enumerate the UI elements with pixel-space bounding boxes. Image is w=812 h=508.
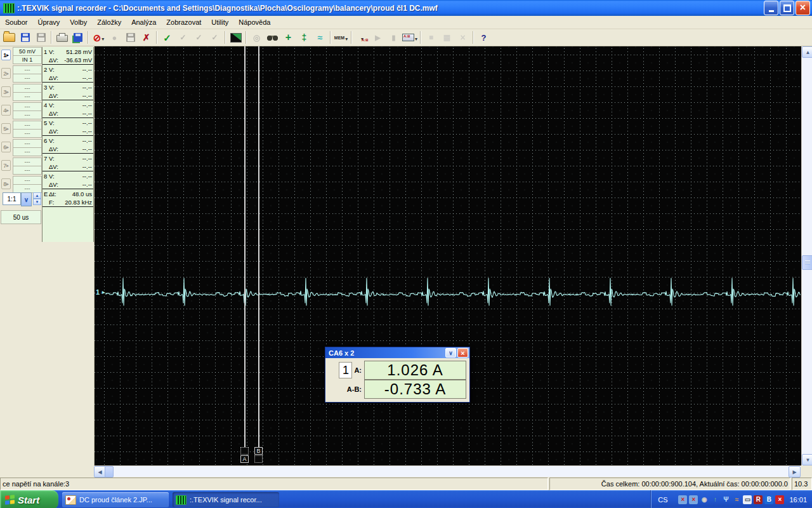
delete-record-button[interactable]: ✗ (138, 30, 154, 44)
horizontal-scrollbar[interactable]: ◀ ▶ (94, 465, 801, 477)
channel-5-input-field[interactable]: --- (13, 129, 42, 138)
open-file-button[interactable] (1, 30, 17, 44)
menu-item-4[interactable]: Analýza (126, 17, 161, 27)
channel-4-button[interactable]: 4 (1, 105, 11, 116)
scroll-down-button[interactable]: ▼ (802, 454, 812, 465)
ca6-measure-window[interactable]: CA6 x 2 1 A: 1.026 A A-B: -0.733 A (325, 347, 470, 403)
cursors-button[interactable]: ‡ (296, 30, 312, 44)
fit-view-button[interactable]: + (280, 30, 296, 44)
channel-4-range-field[interactable]: --- (13, 102, 42, 110)
menu-item-2[interactable]: Volby (65, 17, 92, 27)
channel-6-button[interactable]: 6 (1, 142, 11, 152)
help-button[interactable]: ? (476, 30, 492, 44)
confirm-button[interactable]: ✓ (159, 30, 175, 44)
usb-device-icon[interactable]: ↑ (710, 495, 719, 504)
titlebar[interactable]: :.TEXVIK signal recorder - C:\Documents … (0, 0, 812, 16)
display-settings-icon[interactable]: ▭ (743, 495, 752, 504)
print-button[interactable] (54, 30, 70, 44)
search-button[interactable] (265, 30, 280, 44)
menu-item-3[interactable]: Záložky (92, 17, 126, 27)
channel-1-marker[interactable]: 1 (96, 288, 106, 296)
zoom-tool-icon: ◎ (253, 34, 260, 42)
spinner-up-button[interactable]: ▲ (33, 192, 41, 199)
scroll-right-button[interactable]: ▶ (789, 466, 801, 478)
cursor-a-label[interactable]: A (240, 455, 249, 463)
menu-item-5[interactable]: Zobrazovat (161, 17, 206, 27)
toolbar-separator (330, 31, 331, 44)
save-file-button[interactable] (17, 30, 33, 44)
menu-item-0[interactable]: Soubor (0, 17, 32, 27)
channel-4-input-field[interactable]: --- (13, 110, 42, 119)
language-indicator[interactable]: CS (658, 496, 667, 504)
channel-8-button[interactable]: 8 (1, 178, 11, 189)
menu-item-7[interactable]: Nápověda (233, 17, 275, 27)
zoom-ratio-dropdown[interactable] (21, 192, 32, 206)
load-abc-button[interactable] (354, 30, 370, 44)
close-button[interactable] (796, 1, 810, 15)
cursor-b-line[interactable] (258, 46, 259, 453)
vertical-scroll-thumb[interactable] (802, 255, 812, 270)
channel-8-input-field[interactable]: --- (13, 184, 42, 193)
cursor-b-handle[interactable] (254, 455, 263, 463)
channel-8-range-field[interactable]: --- (13, 176, 42, 184)
zoom-ratio-spinner: ▲ ▼ (33, 192, 41, 205)
channel-3-range-field[interactable]: --- (13, 84, 42, 92)
channel-6-input-field[interactable]: --- (13, 147, 42, 156)
network-error-icon[interactable]: × (678, 495, 687, 504)
network-error2-icon[interactable]: × (689, 495, 698, 504)
spinner-down-button[interactable]: ▼ (33, 199, 41, 205)
display-mode-button[interactable] (228, 30, 244, 44)
antenna-icon[interactable]: Ψ (721, 495, 730, 504)
menu-item-6[interactable]: Utility (206, 17, 233, 27)
cursor-b-label[interactable]: B (254, 447, 263, 455)
channel-1-input-field[interactable]: IN 1 (13, 55, 42, 64)
measure-channel-num: 1 (44, 48, 49, 55)
ca6-collapse-button[interactable] (445, 348, 456, 358)
channel-2-button[interactable]: 2 (1, 68, 11, 79)
restore-button[interactable] (780, 1, 794, 15)
channel-1-range-field[interactable]: 50 mV (13, 47, 42, 55)
ca6-titlebar[interactable]: CA6 x 2 (325, 347, 469, 358)
channel-5-button[interactable]: 5 (1, 123, 11, 134)
v-value: 51.28 mV (56, 48, 92, 55)
channel-2-input-field[interactable]: --- (13, 74, 42, 83)
scroll-up-button[interactable]: ▲ (802, 46, 812, 58)
channel-7-input-field[interactable]: --- (13, 166, 42, 175)
menu-item-1[interactable]: Úpravy (32, 17, 65, 27)
zoom-ratio-value[interactable]: 1:1 (3, 192, 21, 205)
channel-7-range-field[interactable]: --- (13, 157, 42, 166)
cursor-a-line[interactable] (244, 46, 246, 453)
volume-icon[interactable]: ◉ (700, 495, 709, 504)
channel-7-button[interactable]: 7 (1, 160, 11, 171)
stop-acquisition-dropdown-icon[interactable] (101, 32, 104, 43)
vertical-scrollbar[interactable]: ▲ ▼ (801, 46, 812, 465)
channel-1-button[interactable]: 1 (1, 50, 11, 60)
v-label: V: (49, 137, 55, 144)
channel-5-range-field[interactable]: --- (13, 121, 42, 129)
horizontal-scroll-thumb[interactable] (105, 466, 114, 478)
wave-cursor-button[interactable]: ≈ (312, 30, 328, 44)
taskbar-task-0[interactable]: DC proud článek 2.JP... (62, 492, 169, 507)
channel-3-input-field[interactable]: --- (13, 92, 42, 101)
memory-dropdown-icon[interactable] (344, 32, 348, 43)
channel-2-range-field[interactable]: --- (13, 65, 42, 74)
freq-value: 20.83 kHz (55, 199, 92, 206)
recorder-app-icon[interactable]: R (754, 495, 763, 504)
memory-button[interactable]: MEM (333, 30, 349, 44)
taskbar-task-1[interactable]: :.TEXVIK signal recor... (173, 492, 279, 507)
stop-acquisition-button[interactable]: ⊘ (91, 30, 107, 44)
ca6-close-button[interactable] (457, 348, 468, 358)
channel-3-button[interactable]: 3 (1, 86, 11, 97)
cursor-a-handle[interactable] (240, 447, 249, 455)
wireless-warning-icon[interactable]: ≈ (732, 495, 741, 504)
keyboard-abc-dropdown-icon[interactable] (414, 32, 417, 43)
start-button[interactable]: Start (0, 490, 58, 508)
save-image-button[interactable] (70, 30, 86, 44)
oscilloscope-display[interactable]: 1 A B (95, 46, 801, 465)
minimize-button[interactable] (764, 1, 778, 15)
keyboard-abc-button[interactable] (402, 30, 418, 44)
ca6-channel-box[interactable]: 1 (339, 362, 352, 378)
bluetooth-icon[interactable]: B (764, 495, 773, 504)
security-alert-icon[interactable]: × (775, 495, 784, 504)
channel-6-range-field[interactable]: --- (13, 139, 42, 147)
